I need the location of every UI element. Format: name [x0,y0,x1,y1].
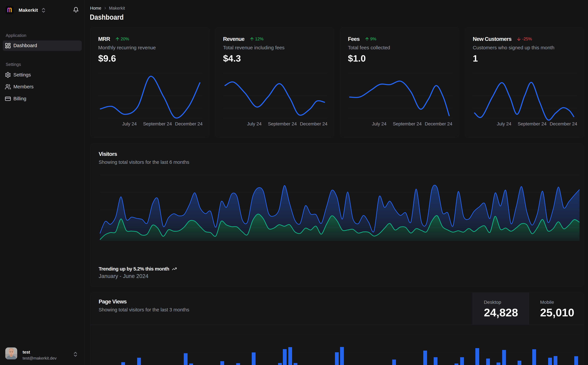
svg-text:July 24: July 24 [247,121,262,126]
svg-text:December 24: December 24 [300,121,327,126]
svg-text:December 24: December 24 [175,121,203,126]
svg-text:September 24: September 24 [393,121,422,126]
svg-text:July 24: July 24 [122,121,137,126]
svg-text:July 24: July 24 [372,121,386,126]
svg-text:September 24: September 24 [518,121,546,126]
svg-text:July 24: July 24 [497,121,511,126]
svg-text:September 24: September 24 [143,121,172,126]
svg-text:December 24: December 24 [550,121,577,126]
svg-text:December 24: December 24 [425,121,452,126]
svg-text:September 24: September 24 [268,121,297,126]
